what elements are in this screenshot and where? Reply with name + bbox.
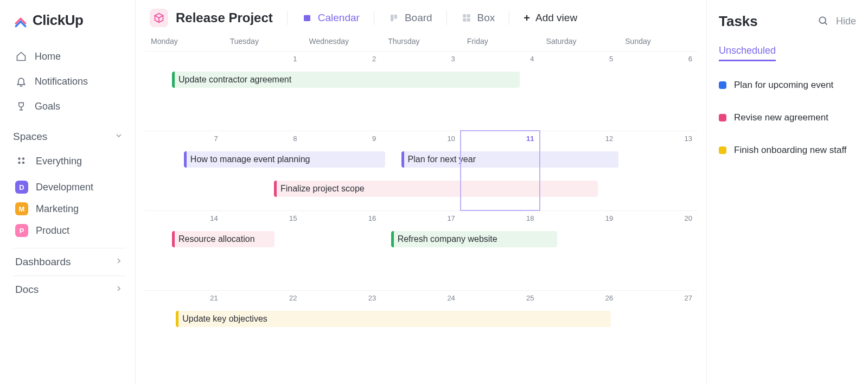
calendar-weekday-header: MondayTuesdayWednesdayThursdayFridaySatu…	[144, 37, 698, 51]
task-label: Plan for upcoming event	[734, 80, 833, 91]
board-icon	[388, 12, 399, 23]
date-number: 3	[451, 55, 455, 63]
space-label: Product	[36, 225, 69, 236]
search-icon[interactable]	[818, 15, 828, 28]
logo[interactable]: ClickUp	[13, 12, 125, 29]
calendar-cell[interactable]: 14	[144, 210, 224, 290]
date-number: 9	[372, 135, 376, 143]
space-label: Everything	[36, 156, 82, 167]
view-label: Board	[405, 12, 432, 24]
task-label: Revise new agreement	[734, 112, 828, 123]
date-number: 27	[685, 294, 692, 302]
view-box[interactable]: Box	[461, 12, 495, 24]
hide-button[interactable]: Hide	[836, 16, 856, 27]
calendar-cell[interactable]: 22	[224, 290, 303, 370]
weekday-label: Friday	[461, 37, 540, 46]
calendar-cell[interactable]: 26	[540, 290, 619, 370]
space-item[interactable]: PProduct	[13, 220, 125, 241]
nav-home[interactable]: Home	[13, 46, 125, 67]
weekday-label: Thursday	[381, 37, 461, 46]
add-view-label: Add view	[535, 12, 577, 24]
date-number: 19	[605, 214, 613, 222]
svg-rect-9	[463, 18, 466, 22]
logo-text: ClickUp	[33, 12, 83, 29]
calendar-cell[interactable]: 25	[461, 290, 540, 370]
space-badge-icon: M	[15, 202, 28, 215]
calendar-cell[interactable]: 21	[144, 290, 224, 370]
spaces-header[interactable]: Spaces	[13, 121, 125, 146]
space-everything[interactable]: Everything	[13, 150, 125, 172]
project-chip[interactable]: Release Project	[150, 9, 273, 27]
date-number: 24	[447, 294, 455, 302]
date-number: 10	[447, 135, 455, 143]
calendar-cell[interactable]: 9	[302, 131, 381, 210]
nav-notifications[interactable]: Notifications	[13, 71, 125, 92]
view-calendar[interactable]: Calendar	[302, 12, 360, 24]
plus-icon: +	[524, 12, 530, 24]
space-badge-icon: D	[15, 181, 28, 194]
docs-label: Docs	[15, 284, 39, 296]
weekday-label: Sunday	[618, 37, 698, 46]
tasks-panel: Tasks Hide Unscheduled Plan for upcoming…	[706, 0, 868, 384]
calendar-cell[interactable]: 6	[618, 51, 698, 131]
view-board[interactable]: Board	[388, 12, 432, 24]
trophy-icon	[15, 100, 27, 112]
calendar-cell[interactable]: 8	[224, 131, 303, 210]
calendar-cell[interactable]: 7	[144, 131, 224, 210]
weekday-label: Wednesday	[302, 37, 381, 46]
task-item[interactable]: Revise new agreement	[719, 112, 856, 123]
space-label: Marketing	[36, 203, 79, 215]
view-label: Box	[477, 12, 495, 24]
calendar-cell[interactable]: 17	[381, 210, 461, 290]
space-item[interactable]: DDevelopment	[13, 176, 125, 198]
calendar-cell[interactable]: 4	[461, 51, 540, 131]
calendar-cell[interactable]	[144, 51, 224, 131]
status-dot-icon	[719, 146, 726, 154]
calendar-cell[interactable]: 3	[381, 51, 461, 131]
calendar-cell[interactable]: 15	[224, 210, 303, 290]
separator	[374, 11, 374, 25]
calendar-cell[interactable]: 24	[381, 290, 461, 370]
date-number: 17	[447, 214, 455, 222]
space-item[interactable]: MMarketing	[13, 198, 125, 220]
calendar-cell[interactable]: 23	[302, 290, 381, 370]
dashboards-header[interactable]: Dashboards	[13, 248, 125, 276]
calendar-cell[interactable]: 12	[540, 131, 619, 210]
weekday-label: Tuesday	[224, 37, 303, 46]
separator	[509, 11, 509, 25]
box-icon	[461, 12, 472, 23]
svg-rect-6	[394, 15, 397, 19]
separator	[287, 11, 288, 25]
tasks-tab-unscheduled[interactable]: Unscheduled	[719, 45, 776, 61]
calendar-cell[interactable]: 5	[540, 51, 619, 131]
nav-goals[interactable]: Goals	[13, 96, 125, 117]
date-number: 4	[530, 55, 534, 63]
calendar-cell[interactable]: 13	[618, 131, 698, 210]
calendar-cell[interactable]: 2	[302, 51, 381, 131]
calendar-cell[interactable]: 19	[540, 210, 619, 290]
svg-point-3	[22, 162, 25, 164]
tasks-panel-header: Tasks Hide	[719, 13, 856, 30]
calendar-cell[interactable]: 10	[381, 131, 461, 210]
task-item[interactable]: Finish onboarding new staff	[719, 145, 856, 156]
calendar-cell[interactable]: 11	[461, 131, 540, 210]
weekday-label: Saturday	[540, 37, 619, 46]
view-label: Calendar	[318, 12, 360, 24]
weekday-label: Monday	[144, 37, 224, 46]
date-number: 12	[605, 135, 613, 143]
space-label: Development	[36, 182, 93, 193]
status-dot-icon	[719, 81, 726, 89]
docs-header[interactable]: Docs	[13, 276, 125, 303]
calendar-cell[interactable]: 27	[618, 290, 698, 370]
add-view-button[interactable]: + Add view	[524, 12, 577, 24]
calendar-cell[interactable]: 1	[224, 51, 303, 131]
topbar: Release Project Calendar Board Box + Add	[136, 0, 706, 37]
calendar-cell[interactable]: 18	[461, 210, 540, 290]
chevron-right-icon	[114, 284, 123, 296]
calendar-cell[interactable]: 16	[302, 210, 381, 290]
calendar-cell[interactable]: 20	[618, 210, 698, 290]
nav-label: Goals	[35, 101, 60, 112]
calendar: MondayTuesdayWednesdayThursdayFridaySatu…	[136, 37, 706, 384]
task-item[interactable]: Plan for upcoming event	[719, 80, 856, 91]
svg-point-1	[22, 157, 25, 160]
